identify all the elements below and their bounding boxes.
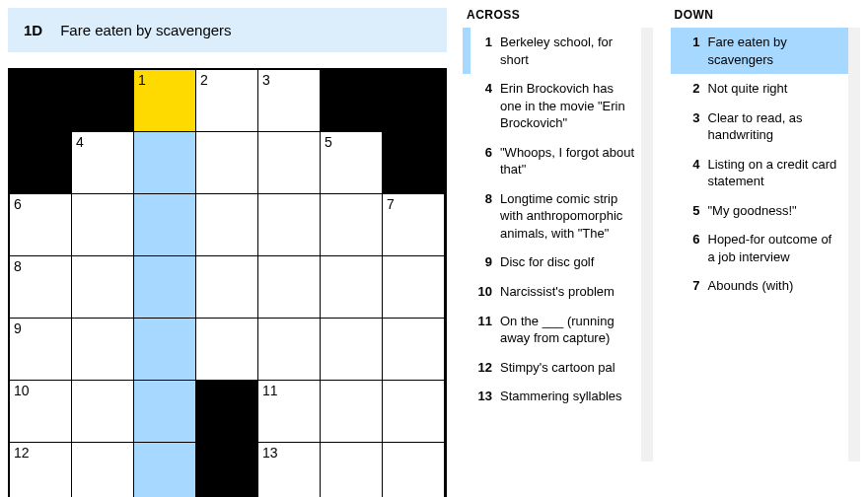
grid-cell[interactable]: 4	[72, 132, 133, 193]
grid-cell-black	[72, 70, 133, 131]
clue-number: 6	[683, 231, 700, 265]
clue-item[interactable]: 2Not quite right	[671, 74, 849, 104]
grid-cell-black	[10, 70, 71, 131]
clue-item[interactable]: 6"Whoops, I forgot about that"	[463, 138, 641, 184]
grid-cell[interactable]	[321, 443, 382, 497]
across-heading: ACROSS	[463, 8, 653, 22]
grid-cell[interactable]	[134, 319, 195, 380]
grid-cell[interactable]	[134, 381, 195, 442]
clue-text: Stammering syllables	[500, 388, 635, 405]
clue-item[interactable]: 1Fare eaten by scavengers	[671, 28, 849, 74]
grid-cell-black	[196, 381, 257, 442]
grid-cell[interactable]	[258, 194, 320, 255]
clue-number: 4	[474, 80, 492, 132]
grid-cell-black	[10, 132, 71, 193]
grid-cell[interactable]: 1	[134, 70, 195, 131]
clue-text: Clear to read, as handwriting	[708, 109, 843, 144]
across-clue-list[interactable]: ▲ ▼ 1Berkeley school, for short4Erin Bro…	[463, 28, 653, 462]
grid-cell[interactable]: 2	[196, 70, 257, 131]
grid-cell-black	[383, 132, 444, 193]
clue-text: "My goodness!"	[708, 202, 843, 220]
grid-cell[interactable]	[196, 319, 257, 380]
grid-cell[interactable]: 5	[321, 132, 382, 193]
grid-cell-black	[383, 70, 444, 131]
cell-number: 8	[14, 258, 22, 274]
grid-cell[interactable]: 9	[10, 319, 71, 380]
grid-cell-black	[196, 443, 257, 497]
scroll-down-icon[interactable]: ▼	[642, 451, 651, 460]
grid-cell[interactable]	[134, 443, 195, 497]
grid-cell[interactable]	[134, 256, 195, 318]
scroll-up-icon[interactable]: ▲	[642, 30, 651, 38]
cell-number: 6	[14, 196, 22, 212]
clue-item[interactable]: 11On the ___ (running away from capture)	[463, 307, 641, 353]
clue-item[interactable]: 5"My goodness!"	[671, 196, 849, 226]
clue-item[interactable]: 8Longtime comic strip with anthropomorph…	[463, 184, 641, 248]
grid-cell[interactable]: 7	[383, 194, 444, 255]
grid-cell[interactable]	[383, 443, 444, 497]
grid-cell[interactable]	[72, 194, 133, 255]
clue-item[interactable]: 7Abounds (with)	[671, 271, 849, 301]
down-clue-list[interactable]: ▲ ▼ 1Fare eaten by scavengers2Not quite …	[671, 28, 861, 462]
grid-cell[interactable]	[196, 132, 257, 193]
clue-number: 10	[474, 283, 492, 301]
grid-cell[interactable]: 6	[10, 194, 71, 255]
clue-item[interactable]: 4Erin Brockovich has one in the movie "E…	[463, 74, 641, 138]
grid-cell[interactable]	[196, 256, 257, 318]
clue-text: Hoped-for outcome of a job interview	[708, 231, 843, 265]
grid-cell[interactable]: 11	[258, 381, 320, 442]
grid-cell[interactable]	[72, 443, 133, 497]
scroll-down-icon[interactable]: ▼	[849, 451, 858, 460]
clue-item[interactable]: 13Stammering syllables	[463, 382, 641, 411]
grid-cell[interactable]	[383, 381, 444, 442]
clue-text: Stimpy's cartoon pal	[500, 359, 635, 377]
grid-cell[interactable]	[321, 319, 382, 380]
grid-cell[interactable]: 13	[258, 443, 320, 497]
grid-cell[interactable]	[196, 194, 257, 255]
grid-cell[interactable]	[72, 381, 133, 442]
clue-text: On the ___ (running away from capture)	[500, 313, 635, 347]
clue-text: Berkeley school, for short	[500, 34, 635, 68]
grid-cell[interactable]	[258, 132, 320, 193]
clue-item[interactable]: 6Hoped-for outcome of a job interview	[671, 225, 849, 271]
grid-cell[interactable]	[72, 319, 133, 380]
grid-cell[interactable]	[258, 256, 320, 318]
clue-number: 2	[683, 80, 700, 98]
grid-cell[interactable]: 8	[10, 256, 71, 318]
clue-number: 6	[474, 144, 492, 178]
clue-item[interactable]: 3Clear to read, as handwriting	[671, 104, 849, 150]
grid-cell[interactable]	[134, 132, 195, 193]
grid-cell[interactable]: 3	[258, 70, 320, 131]
grid-cell[interactable]	[134, 194, 195, 255]
cell-number: 12	[14, 445, 30, 461]
clue-item[interactable]: 10Narcissist's problem	[463, 277, 641, 307]
grid-cell[interactable]: 12	[10, 443, 71, 497]
grid-cell[interactable]	[321, 194, 382, 255]
grid-cell[interactable]	[383, 256, 444, 318]
cell-number: 2	[200, 72, 208, 88]
clue-number: 8	[474, 190, 492, 243]
clue-text: Longtime comic strip with anthropomorphi…	[500, 190, 635, 243]
scroll-up-icon[interactable]: ▲	[849, 30, 858, 38]
cell-number: 10	[14, 383, 30, 398]
clue-number: 11	[474, 313, 492, 347]
clue-item[interactable]: 12Stimpy's cartoon pal	[463, 353, 641, 383]
clue-item[interactable]: 1Berkeley school, for short	[463, 28, 641, 74]
grid-cell[interactable]: 10	[10, 381, 71, 442]
grid-cell[interactable]	[258, 319, 320, 380]
clue-text: "Whoops, I forgot about that"	[500, 144, 635, 178]
grid-cell[interactable]	[321, 381, 382, 442]
clue-text: Disc for disc golf	[500, 253, 635, 271]
cell-number: 5	[325, 134, 332, 150]
crossword-grid[interactable]: 12345678910111213	[8, 68, 447, 497]
cell-number: 3	[262, 72, 270, 88]
grid-cell[interactable]	[383, 319, 444, 380]
grid-cell[interactable]	[72, 256, 133, 318]
clue-number: 4	[683, 156, 700, 190]
grid-cell[interactable]	[321, 256, 382, 318]
clue-item[interactable]: 4Listing on a credit card statement	[671, 150, 849, 196]
clue-number: 9	[474, 253, 492, 271]
clue-item[interactable]: 9Disc for disc golf	[463, 248, 641, 277]
across-column: ACROSS ▲ ▼ 1Berkeley school, for short4E…	[463, 8, 653, 462]
clue-number: 5	[683, 202, 700, 220]
